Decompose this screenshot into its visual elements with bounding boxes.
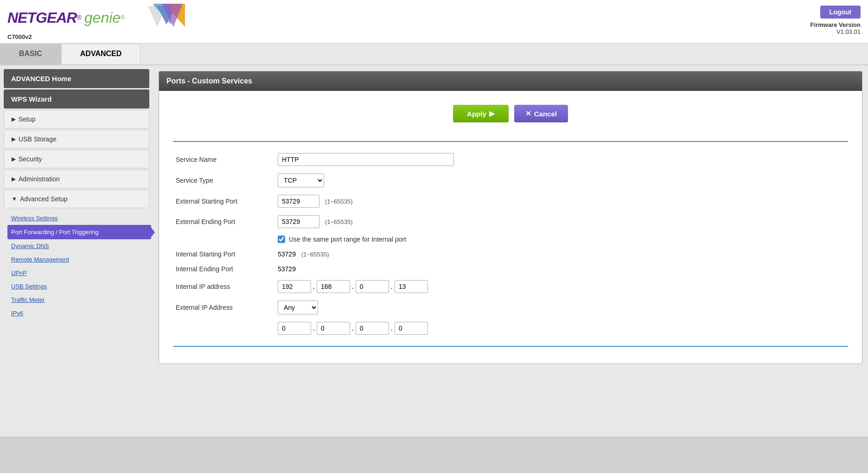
divider-bottom [173, 346, 848, 347]
logo-reg: ® [77, 14, 81, 21]
ext-start-port-range: (1~65535) [325, 198, 353, 205]
external-ip-c[interactable] [356, 322, 389, 335]
firmware-version: V1.03.01 [836, 28, 861, 35]
int-end-port-label: Internal Ending Port [173, 262, 275, 276]
sidebar-subitem-traffic-meter[interactable]: Traffic Meter [7, 293, 153, 307]
external-ip-addr-cell: . . . [275, 318, 848, 339]
cancel-button[interactable]: ✕ Cancel [514, 105, 568, 122]
external-ip-parts: . . . [278, 322, 845, 335]
apply-button[interactable]: Apply ▶ [453, 105, 509, 122]
sidebar-item-wps-wizard[interactable]: WPS Wizard [4, 89, 149, 109]
firmware-info: Firmware Version V1.03.01 [811, 21, 861, 35]
tab-basic[interactable]: BASIC [0, 44, 61, 64]
sidebar-item-usb-storage-label: USB Storage [19, 135, 57, 143]
service-type-cell: TCP UDP TCP/UDP [275, 170, 848, 191]
sidebar-subitem-wireless-settings[interactable]: Wireless Settings [7, 211, 153, 225]
arrow-icon: ▶ [12, 136, 16, 142]
arrow-down-icon: ▼ [12, 196, 17, 202]
sidebar-item-usb-storage[interactable]: ▶ USB Storage [4, 130, 149, 148]
sidebar-subitem-upnp[interactable]: UPnP [7, 266, 153, 280]
sidebar-item-security[interactable]: ▶ Security [4, 150, 149, 168]
sidebar-item-advanced-setup-label: Advanced Setup [20, 195, 68, 203]
ip-dot: . [352, 325, 354, 332]
firmware-label: Firmware Version [811, 21, 861, 28]
int-start-port-range: (1~65535) [301, 251, 329, 258]
sidebar-subitem-usb-settings[interactable]: USB Settings [7, 280, 153, 293]
ext-end-port-label: External Ending Port [173, 211, 275, 232]
internal-ip-d[interactable] [395, 280, 428, 293]
content-area: Ports - Custom Services Apply ▶ ✕ Cancel [153, 65, 868, 436]
table-row: External Ending Port (1~65535) [173, 211, 848, 232]
sidebar-subitem-port-forwarding[interactable]: Port Forwarding / Port Triggering [7, 225, 151, 239]
external-ip-a[interactable] [278, 322, 311, 335]
table-row: Internal IP address . . . [173, 276, 848, 297]
table-row: External IP Address Any Custom [173, 297, 848, 318]
table-row: Service Type TCP UDP TCP/UDP [173, 170, 848, 191]
sidebar-subitem-remote-management[interactable]: Remote Management [7, 253, 153, 266]
same-port-checkbox[interactable] [278, 236, 285, 243]
internal-ip-parts: . . . [278, 280, 845, 293]
logo-netgear: NETGEAR [7, 9, 77, 26]
sidebar-item-setup[interactable]: ▶ Setup [4, 110, 149, 128]
ext-start-port-label: External Starting Port [173, 191, 275, 211]
int-start-port-cell: 53729 (1~65535) [275, 247, 848, 262]
arrow-right-icon: ▶ [489, 109, 495, 118]
content-panel: Ports - Custom Services Apply ▶ ✕ Cancel [159, 71, 862, 364]
model-name: C7000v2 [7, 32, 190, 43]
sidebar-item-advanced-home[interactable]: ADVANCED Home [4, 69, 149, 88]
ip-dot: . [391, 283, 393, 290]
tab-advanced[interactable]: ADVANCED [61, 44, 140, 64]
same-port-spacer [173, 232, 275, 247]
external-ip-cell: Any Custom [275, 297, 848, 318]
divider-top [173, 141, 848, 142]
sidebar-item-administration-label: Administration [19, 175, 60, 183]
tab-bar: BASIC ADVANCED [0, 44, 868, 65]
same-port-cell: Use the same port range for Internal por… [275, 232, 848, 247]
service-name-label: Service Name [173, 149, 275, 170]
logo-genie: genie [84, 9, 121, 26]
sidebar-subitem-dynamic-dns[interactable]: Dynamic DNS [7, 239, 153, 253]
arrow-icon: ▶ [12, 116, 16, 122]
table-row: Internal Ending Port 53729 [173, 262, 848, 276]
ext-end-port-range: (1~65535) [325, 218, 353, 225]
internal-ip-cell: . . . [275, 276, 848, 297]
int-end-port-cell: 53729 [275, 262, 848, 276]
service-type-select[interactable]: TCP UDP TCP/UDP [278, 173, 324, 187]
sidebar-subitem-ipv6[interactable]: IPv6 [7, 307, 153, 320]
ip-dot: . [391, 325, 393, 332]
external-ip-d[interactable] [395, 322, 428, 335]
internal-ip-a[interactable] [278, 280, 311, 293]
table-row: External Starting Port (1~65535) [173, 191, 848, 211]
sidebar-item-setup-label: Setup [19, 115, 36, 123]
ext-end-port-input[interactable] [278, 215, 319, 228]
int-end-port-value: 53729 [278, 265, 296, 273]
logo-tm: ® [121, 14, 125, 21]
sidebar-item-security-label: Security [19, 155, 42, 163]
logout-button[interactable]: Logout [820, 6, 861, 19]
ext-start-port-input[interactable] [278, 195, 319, 208]
form-table: Service Name Service Type TCP UDP TCP/UD… [173, 149, 848, 339]
cancel-label: Cancel [534, 110, 557, 118]
panel-title: Ports - Custom Services [166, 77, 252, 85]
header-right: Logout Firmware Version V1.03.01 [811, 4, 861, 37]
table-row: . . . [173, 318, 848, 339]
external-ip-label: External IP Address [173, 297, 275, 318]
internal-ip-b[interactable] [317, 280, 350, 293]
x-icon: ✕ [525, 109, 531, 118]
arrow-icon: ▶ [12, 156, 16, 162]
table-row: Internal Starting Port 53729 (1~65535) [173, 247, 848, 262]
external-ip-b[interactable] [317, 322, 350, 335]
sidebar-item-advanced-setup[interactable]: ▼ Advanced Setup [4, 190, 149, 208]
main-layout: ADVANCED Home WPS Wizard ▶ Setup ▶ USB S… [0, 65, 868, 436]
ip-dot: . [313, 283, 315, 290]
service-type-label: Service Type [173, 170, 275, 191]
external-ip-select[interactable]: Any Custom [278, 300, 318, 314]
sidebar: ADVANCED Home WPS Wizard ▶ Setup ▶ USB S… [0, 65, 153, 436]
service-name-input[interactable] [278, 153, 454, 166]
internal-ip-c[interactable] [356, 280, 389, 293]
logo-graphic [134, 4, 190, 32]
ext-end-port-cell: (1~65535) [275, 211, 848, 232]
ip-dot: . [313, 325, 315, 332]
sidebar-item-administration[interactable]: ▶ Administration [4, 170, 149, 188]
same-port-label: Use the same port range for Internal por… [289, 236, 406, 243]
